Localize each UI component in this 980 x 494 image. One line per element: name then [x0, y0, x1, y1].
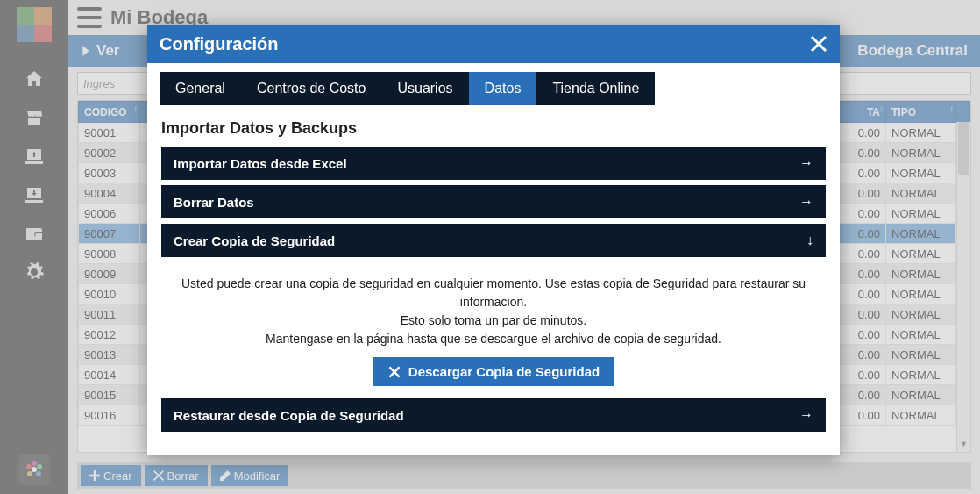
modal-body: Importar Datos y Backups Importar Datos …	[147, 105, 840, 455]
close-icon[interactable]	[810, 35, 827, 53]
modal-tab-usuarios[interactable]: Usuarios	[381, 72, 468, 105]
settings-modal: Configuración GeneralCentros de CostoUsu…	[147, 25, 840, 455]
modal-header: Configuración	[147, 25, 840, 63]
modal-title: Configuración	[160, 34, 279, 54]
accordion-import-excel[interactable]: Importar Datos desde Excel →	[161, 147, 826, 180]
arrow-right-icon: →	[799, 155, 813, 171]
download-backup-button[interactable]: Descargar Copia de Seguridad	[373, 357, 614, 386]
modal-tab-tienda-online[interactable]: Tienda Online	[536, 72, 655, 105]
modal-tabs: GeneralCentros de CostoUsuariosDatosTien…	[147, 63, 840, 105]
accordion-restore-backup[interactable]: Restaurar desde Copia de Seguridad →	[161, 398, 826, 432]
modal-tab-centros-de-costo[interactable]: Centros de Costo	[241, 72, 382, 105]
accordion-create-backup[interactable]: Crear Copia de Seguridad ↓	[161, 224, 826, 257]
arrow-down-icon: ↓	[806, 233, 813, 248]
modal-tab-general[interactable]: General	[160, 72, 241, 105]
accordion-label: Restaurar desde Copia de Seguridad	[174, 408, 404, 423]
accordion-delete-data[interactable]: Borrar Datos →	[161, 185, 826, 218]
download-label: Descargar Copia de Seguridad	[408, 364, 600, 379]
accordion-label: Crear Copia de Seguridad	[174, 233, 335, 248]
x-icon	[387, 365, 401, 379]
arrow-right-icon: →	[799, 194, 813, 210]
accordion-label: Borrar Datos	[174, 195, 254, 210]
backup-text-2: Esto solo toma un par de minutos.	[179, 311, 808, 330]
modal-tab-datos[interactable]: Datos	[469, 72, 537, 105]
backup-text-3: Mantengase en la página hasta que se des…	[179, 330, 808, 348]
accordion-label: Importar Datos desde Excel	[174, 156, 347, 171]
arrow-right-icon: →	[799, 407, 813, 423]
section-title: Importar Datos y Backups	[161, 119, 826, 138]
backup-panel: Usted puede crear una copia de seguridad…	[161, 262, 826, 398]
backup-text-1: Usted puede crear una copia de seguridad…	[179, 275, 808, 311]
